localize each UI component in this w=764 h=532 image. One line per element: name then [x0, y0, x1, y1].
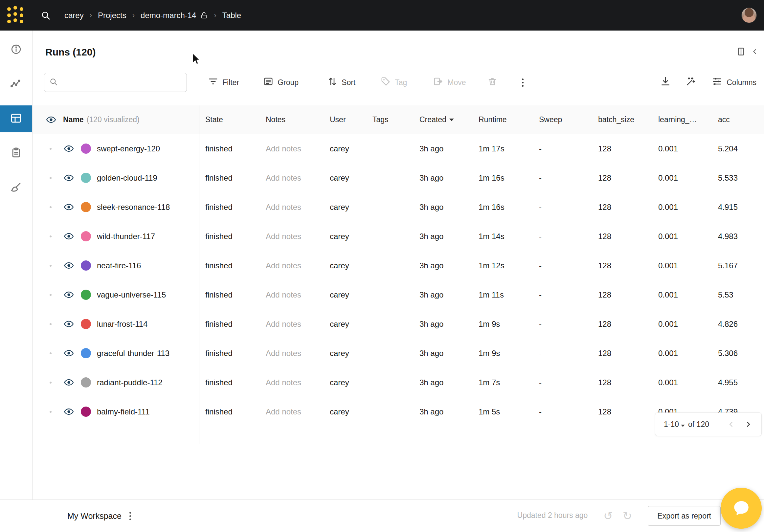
export-report-button[interactable]: Export as report [648, 506, 721, 526]
avatar[interactable] [741, 8, 757, 23]
header-tags[interactable]: Tags [366, 115, 413, 124]
run-notes[interactable]: Add notes [260, 203, 323, 212]
redo-icon[interactable]: ↻ [623, 510, 632, 521]
drag-handle-dot[interactable] [50, 352, 52, 354]
run-notes[interactable]: Add notes [260, 349, 323, 358]
visibility-eye-icon[interactable] [64, 407, 74, 417]
run-name[interactable]: golden-cloud-119 [97, 173, 157, 183]
sidebar-item-table[interactable] [0, 105, 32, 132]
header-name-label: Name [63, 115, 84, 124]
workspace-options-icon[interactable] [129, 512, 131, 520]
move-button[interactable]: Move [433, 77, 466, 89]
run-notes[interactable]: Add notes [260, 261, 323, 270]
drag-handle-dot[interactable] [50, 411, 52, 413]
header-learning-rate[interactable]: learning_… [652, 115, 712, 124]
visibility-eye-icon[interactable] [64, 173, 74, 183]
run-name[interactable]: swept-energy-120 [97, 144, 160, 153]
header-state[interactable]: State [199, 115, 260, 124]
visibility-eye-icon[interactable] [64, 202, 74, 212]
table-row[interactable]: vague-universe-115 finished Add notes ca… [33, 280, 764, 309]
drag-handle-dot[interactable] [50, 294, 52, 296]
header-acc[interactable]: acc [712, 115, 764, 124]
columns-button[interactable]: Columns [712, 76, 756, 89]
sidebar-item-logs[interactable] [0, 140, 32, 167]
drag-handle-dot[interactable] [50, 148, 52, 150]
search-input[interactable] [62, 73, 187, 91]
header-batch-size[interactable]: batch_size [592, 115, 652, 124]
sweep-wizard-button[interactable] [685, 76, 696, 89]
visibility-eye-icon[interactable] [64, 378, 74, 387]
sort-button[interactable]: Sort [327, 77, 355, 89]
drag-handle-dot[interactable] [50, 382, 52, 384]
delete-button[interactable] [487, 77, 497, 89]
table-row[interactable]: neat-fire-116 finished Add notes carey 3… [33, 251, 764, 280]
sidebar-item-workspace[interactable] [0, 71, 32, 98]
run-notes[interactable]: Add notes [260, 173, 323, 183]
undo-icon[interactable]: ↺ [603, 510, 613, 521]
visibility-eye-icon[interactable] [64, 319, 74, 329]
header-notes[interactable]: Notes [260, 115, 323, 124]
table-row[interactable]: radiant-puddle-112 finished Add notes ca… [33, 368, 764, 397]
header-user[interactable]: User [323, 115, 366, 124]
visibility-eye-icon[interactable] [64, 144, 74, 153]
unlock-icon[interactable] [200, 12, 208, 19]
filter-button[interactable]: Filter [208, 77, 239, 89]
breadcrumb-project-name[interactable]: demo-march-14 [140, 11, 196, 20]
run-name[interactable]: radiant-puddle-112 [97, 378, 163, 387]
workspace-name[interactable]: My Workspace [67, 511, 121, 521]
run-name[interactable]: graceful-thunder-113 [97, 349, 169, 358]
header-sweep[interactable]: Sweep [533, 115, 592, 124]
drag-handle-dot[interactable] [50, 206, 52, 208]
run-name[interactable]: balmy-field-111 [97, 407, 150, 417]
breadcrumb-tab-table[interactable]: Table [222, 11, 241, 20]
next-page-icon[interactable] [744, 420, 752, 429]
visibility-eye-icon[interactable] [46, 115, 56, 124]
table-row[interactable]: swept-energy-120 finished Add notes care… [33, 134, 764, 163]
visibility-eye-icon[interactable] [64, 232, 74, 241]
visibility-eye-icon[interactable] [64, 290, 74, 299]
chat-support-button[interactable] [721, 488, 762, 529]
run-name[interactable]: sleek-resonance-118 [97, 203, 170, 212]
run-name[interactable]: vague-universe-115 [97, 290, 166, 299]
prev-page-icon[interactable] [727, 420, 735, 429]
collapse-chevron-icon[interactable] [751, 48, 759, 57]
run-name[interactable]: wild-thunder-117 [97, 232, 155, 241]
run-notes[interactable]: Add notes [260, 407, 323, 417]
group-button[interactable]: Group [264, 77, 298, 89]
drag-handle-dot[interactable] [50, 177, 52, 179]
breadcrumb-user[interactable]: carey [64, 11, 84, 20]
table-row[interactable]: balmy-field-111 finished Add notes carey… [33, 397, 764, 426]
sidebar-item-info[interactable] [0, 37, 32, 63]
run-notes[interactable]: Add notes [260, 290, 323, 299]
sidebar-item-sweeps[interactable] [0, 174, 32, 201]
run-notes[interactable]: Add notes [260, 144, 323, 153]
header-runtime[interactable]: Runtime [472, 115, 533, 124]
run-notes[interactable]: Add notes [260, 232, 323, 241]
table-row[interactable]: sleek-resonance-118 finished Add notes c… [33, 192, 764, 222]
table-row[interactable]: lunar-frost-114 finished Add notes carey… [33, 309, 764, 339]
tag-button[interactable]: Tag [381, 77, 407, 89]
global-search-icon[interactable] [41, 11, 51, 20]
drag-handle-dot[interactable] [50, 265, 52, 266]
run-name[interactable]: lunar-frost-114 [97, 319, 147, 329]
drag-handle-dot[interactable] [50, 323, 52, 325]
runs-search[interactable] [44, 73, 187, 92]
visibility-eye-icon[interactable] [64, 348, 74, 358]
header-name[interactable]: Name (120 visualized) [33, 115, 199, 124]
drag-handle-dot[interactable] [50, 236, 52, 238]
wandb-logo-icon[interactable] [7, 7, 23, 23]
table-row[interactable]: golden-cloud-119 finished Add notes care… [33, 163, 764, 192]
header-created[interactable]: Created [413, 115, 472, 124]
run-name[interactable]: neat-fire-116 [97, 261, 141, 270]
more-options-button[interactable] [522, 79, 523, 87]
download-button[interactable] [660, 76, 671, 89]
page-range-select[interactable]: 1-10 [664, 420, 686, 429]
run-notes[interactable]: Add notes [260, 378, 323, 387]
breadcrumb-projects[interactable]: Projects [98, 11, 126, 20]
table-row[interactable]: wild-thunder-117 finished Add notes care… [33, 222, 764, 251]
split-panel-icon[interactable] [736, 47, 746, 58]
run-notes[interactable]: Add notes [260, 319, 323, 329]
table-row[interactable]: graceful-thunder-113 finished Add notes … [33, 339, 764, 368]
visibility-eye-icon[interactable] [64, 261, 74, 270]
updated-timestamp[interactable]: Updated 2 hours ago [517, 511, 588, 521]
